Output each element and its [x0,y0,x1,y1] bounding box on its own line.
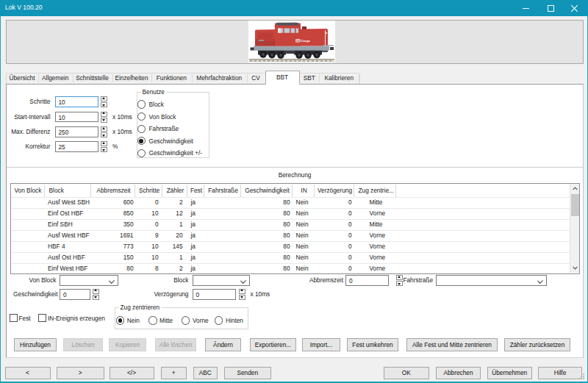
svg-text:DB: DB [296,40,301,43]
svg-text:Cargo: Cargo [301,39,311,43]
